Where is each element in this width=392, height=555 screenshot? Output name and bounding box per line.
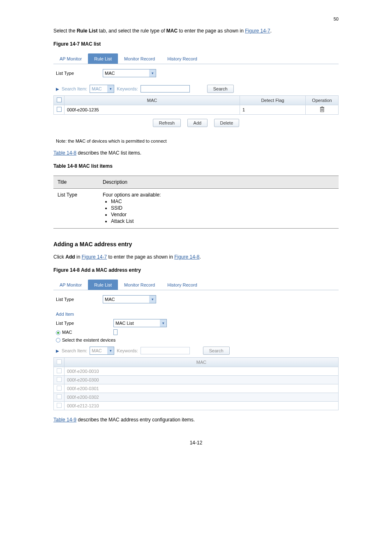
search-button: Search (203, 347, 230, 355)
tab-ap-monitor[interactable]: AP Monitor (53, 53, 88, 64)
table-row: 000f-e212-1210 (54, 402, 339, 410)
th-desc: Description (99, 176, 339, 189)
cell-mac: 000f-e200-0010 (65, 367, 339, 376)
tab-monitor-record[interactable]: Monitor Record (118, 280, 161, 290)
mac-input[interactable] (113, 329, 118, 335)
cell-mac: 000f-e200-0300 (65, 376, 339, 384)
search-button[interactable]: Search (207, 85, 234, 93)
txt: Select the (53, 28, 77, 34)
refresh-button[interactable]: Refresh (153, 119, 181, 127)
figure-link[interactable]: Figure 14-7 (245, 28, 270, 34)
table-link[interactable]: Table 14-9 (53, 417, 76, 423)
select-value: MAC (92, 348, 101, 353)
select-value: MAC List (115, 321, 134, 326)
add-list-type-label: List Type (56, 321, 113, 326)
txt-bold: MAC (166, 28, 178, 34)
table-row: 000f-e200-0301 (54, 384, 339, 393)
keywords-label: Keywords: (117, 86, 138, 91)
th-detect-flag: Detect Flag (240, 96, 306, 105)
list-type-label: List Type (56, 297, 99, 302)
tab-rule-list[interactable]: Rule List (88, 280, 118, 290)
row-checkbox (57, 403, 62, 408)
txt: to enter the page as shown in (107, 254, 174, 260)
desc-intro: Four options are available: (103, 192, 161, 198)
table-caption: Table 14-8 MAC list items (53, 162, 339, 170)
svg-rect-1 (320, 107, 324, 108)
txt: describes the MAC address entry configur… (76, 417, 195, 423)
figure-caption: Figure 14-7 MAC list (53, 40, 339, 48)
select-existent-radio[interactable] (56, 338, 60, 342)
chevron-down-icon: ▾ (107, 347, 114, 354)
tab-bar: AP Monitor Rule List Monitor Record Hist… (53, 53, 339, 64)
cell-desc: Four options are available: MAC SSID Ven… (99, 189, 339, 229)
row-checkbox (57, 377, 62, 382)
section-heading: Adding a MAC address entry (53, 241, 339, 247)
chevron-down-icon: ▾ (160, 319, 166, 327)
delete-button[interactable]: Delete (214, 119, 240, 127)
expand-icon: ▶ (56, 349, 59, 353)
add-button[interactable]: Add (187, 119, 208, 127)
list-item: MAC (111, 199, 334, 204)
search-item-select: MAC ▾ (90, 347, 114, 355)
txt: . (270, 28, 272, 34)
select-value: MAC (105, 71, 115, 76)
tab-ap-monitor[interactable]: AP Monitor (53, 280, 88, 290)
figure-link[interactable]: Figure 14-7 (82, 254, 107, 260)
txt: . (200, 254, 201, 260)
row-checkbox (57, 368, 62, 373)
th-checkbox (54, 358, 65, 367)
checkbox-all (57, 359, 62, 364)
screenshot-mac-list: AP Monitor Rule List Monitor Record Hist… (53, 53, 339, 143)
intro-paragraph: Select the Rule List tab, and select the… (53, 27, 339, 35)
svg-rect-2 (321, 106, 323, 107)
table-row: 000f-e200-0010 (54, 367, 339, 376)
add-item-heading: Add Item (53, 308, 339, 317)
figure-link[interactable]: Figure 14-8 (174, 254, 199, 260)
list-item: Vendor (111, 212, 334, 217)
page-header-right: 50 (53, 16, 339, 21)
chevron-down-icon: ▾ (149, 69, 156, 77)
list-item: SSID (111, 205, 334, 211)
desc-list: MAC SSID Vendor Attack List (103, 199, 334, 224)
list-type-select[interactable]: MAC ▾ (103, 69, 156, 77)
keywords-input (141, 347, 190, 354)
keywords-input[interactable] (141, 85, 190, 92)
th-mac: MAC (65, 96, 240, 105)
trash-icon[interactable] (320, 106, 325, 112)
checkbox-all[interactable] (57, 97, 62, 102)
table-link[interactable]: Table 14-8 (53, 150, 76, 156)
desc-table: Title Description List Type Four options… (53, 176, 339, 229)
caption-text: Table 14-8 MAC list items (53, 163, 113, 169)
caption-text: Figure 14-7 MAC list (53, 41, 101, 47)
th-operation: Operation (306, 96, 339, 105)
keywords-label: Keywords: (117, 348, 138, 353)
th-checkbox (54, 96, 65, 105)
tab-history-record[interactable]: History Record (161, 53, 203, 64)
txt: tab, and select the rule type of (97, 28, 166, 34)
cell-mac: 000f-e200-0301 (65, 384, 339, 393)
tab-rule-list[interactable]: Rule List (88, 53, 118, 64)
action-row: Refresh Add Delete (53, 115, 339, 131)
cell-mac: 000f-e200-1235 (65, 105, 240, 115)
table-row: 000f-e200-1235 1 (54, 105, 339, 115)
search-item-select[interactable]: MAC ▾ (90, 85, 114, 93)
chevron-down-icon: ▾ (107, 85, 114, 92)
table-row: 000f-e200-0302 (54, 393, 339, 402)
screenshot-add-mac: AP Monitor Rule List Monitor Record Hist… (53, 280, 339, 410)
chevron-down-icon: ▾ (149, 296, 156, 303)
txt-bold: Add (65, 254, 75, 260)
list-type-select[interactable]: MAC ▾ (103, 295, 156, 303)
mac-radio[interactable] (56, 331, 60, 335)
cell-detect: 1 (240, 105, 306, 115)
mac-radio-row: MAC (56, 330, 113, 335)
select-existent-row: Select the existent devices (56, 338, 336, 343)
tab-monitor-record[interactable]: Monitor Record (118, 53, 161, 64)
tab-bar: AP Monitor Rule List Monitor Record Hist… (53, 280, 339, 290)
tab-history-record[interactable]: History Record (161, 280, 203, 290)
expand-icon[interactable]: ▶ (56, 87, 59, 91)
add-list-type-select[interactable]: MAC List ▾ (113, 319, 167, 327)
select-existent-label: Select the existent devices (62, 338, 115, 342)
row-checkbox[interactable] (57, 107, 62, 112)
cell-title: List Type (53, 189, 99, 229)
th-mac: MAC (65, 358, 339, 367)
